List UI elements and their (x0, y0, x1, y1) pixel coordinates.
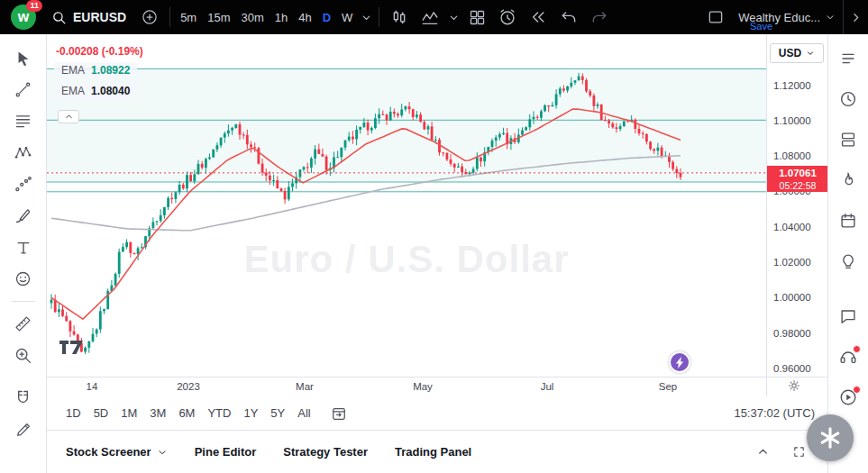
indicators-dropdown-button[interactable] (445, 4, 461, 31)
interval-5m[interactable]: 5m (175, 5, 202, 30)
interval-dropdown-button[interactable] (358, 4, 374, 31)
range-1y[interactable]: 1Y (237, 402, 264, 425)
interval-4h[interactable]: 4h (293, 5, 316, 30)
interval-30m[interactable]: 30m (235, 5, 269, 30)
time-tick: Jul (541, 381, 554, 392)
range-6m[interactable]: 6M (172, 402, 201, 425)
redo-button[interactable] (584, 4, 615, 31)
indicator-legend-ema-slow[interactable]: EMA 1.08040 (54, 83, 137, 99)
range-all[interactable]: All (291, 402, 316, 425)
text-icon (14, 239, 32, 257)
object-tree-button[interactable] (830, 119, 866, 159)
candlestick-chart[interactable] (47, 34, 766, 377)
watchlist-button[interactable] (830, 38, 866, 78)
time-tick: Sep (659, 381, 677, 392)
range-5y[interactable]: 5Y (264, 402, 291, 425)
user-menu-button[interactable]: w 11 (4, 0, 43, 34)
tradingview-logo[interactable] (59, 341, 83, 354)
gear-icon (787, 378, 801, 393)
chevron-up-icon (64, 112, 74, 122)
range-ytd[interactable]: YTD (201, 402, 237, 425)
range-1d[interactable]: 1D (59, 402, 87, 425)
fib-retracement-tool-button[interactable] (7, 105, 40, 137)
hotlists-button[interactable] (830, 159, 866, 200)
range-3m[interactable]: 3M (143, 402, 172, 425)
chart-style-button[interactable] (384, 4, 415, 31)
collapse-right-panel-button[interactable] (843, 0, 868, 34)
zoom-tool-button[interactable] (7, 340, 40, 371)
interval-1w[interactable]: W (336, 5, 358, 30)
maximize-panel-button[interactable] (788, 441, 809, 463)
time-axis[interactable]: 14 2023 Mar May Jul Sep (47, 377, 766, 397)
edit-tool-button[interactable] (7, 414, 40, 445)
trend-line-tool-button[interactable] (7, 74, 40, 105)
tab-strategy-tester[interactable]: Strategy Tester (270, 431, 381, 473)
logo-glyph: w (18, 9, 29, 25)
compare-add-button[interactable] (134, 4, 165, 31)
forecast-dots-icon (14, 175, 32, 194)
tab-stock-screener[interactable]: Stock Screener (52, 431, 181, 473)
interval-1d[interactable]: D (317, 5, 336, 30)
streams-button[interactable] (830, 377, 866, 417)
alerts-button[interactable] (830, 78, 866, 119)
right-sidebar (827, 34, 868, 473)
support-button[interactable] (830, 336, 866, 377)
lightbulb-icon (838, 251, 858, 271)
chart-area: Euro / U.S. Dollar -0.00208 (-0.19%) EMA… (47, 34, 827, 396)
layout-grid-button[interactable] (461, 4, 492, 31)
cursor-tool-button[interactable] (7, 42, 40, 74)
xabcd-pattern-tool-button[interactable] (7, 137, 40, 168)
brush-tool-button[interactable] (7, 200, 40, 232)
indicator-legend-ema-fast[interactable]: EMA 1.08922 (54, 62, 137, 78)
price-axis[interactable]: USD 1.12000 1.10000 1.08000 1.06000 1.04… (766, 34, 828, 396)
replay-button[interactable] (523, 4, 553, 31)
text-tool-button[interactable] (7, 232, 40, 263)
emoji-tool-button[interactable] (7, 263, 40, 295)
save-button[interactable]: Save (750, 21, 772, 32)
chat-button[interactable] (830, 296, 866, 336)
undo-icon (560, 8, 578, 26)
notification-badge: 11 (26, 0, 42, 12)
magnet-icon (14, 388, 32, 407)
separator (379, 7, 379, 27)
range-5d[interactable]: 5D (87, 402, 115, 425)
axis-settings-button[interactable] (787, 378, 801, 393)
calendar-button[interactable] (830, 200, 866, 241)
legend-collapse-button[interactable] (58, 110, 79, 123)
interval-15m[interactable]: 15m (202, 5, 235, 30)
interval-1h[interactable]: 1h (270, 5, 293, 30)
indicator-value: 1.08922 (91, 64, 130, 77)
indicators-button[interactable] (415, 4, 445, 31)
drawing-toolbar (0, 34, 47, 473)
layout-name-button[interactable]: Wealthy Educ... (731, 4, 843, 31)
layout-select-button[interactable] (700, 4, 731, 31)
chevron-down-icon (806, 49, 815, 58)
indicator-label: EMA (61, 85, 85, 97)
expand-panel-button[interactable] (752, 441, 773, 463)
alert-button[interactable] (492, 4, 523, 31)
symbol-search-button[interactable]: EURUSD (43, 4, 134, 31)
undo-button[interactable] (553, 4, 584, 31)
currency-dropdown[interactable]: USD (770, 43, 824, 63)
tab-pine-editor[interactable]: Pine Editor (181, 431, 270, 473)
price-tick: 1.00000 (773, 290, 811, 305)
flame-icon (838, 170, 858, 190)
quick-trade-button[interactable] (669, 351, 690, 373)
ruler-icon (14, 314, 32, 333)
tab-trading-panel[interactable]: Trading Panel (381, 431, 485, 473)
magnet-tool-button[interactable] (7, 382, 40, 414)
goto-date-button[interactable] (326, 402, 352, 425)
current-price-badge: 1.07061 (767, 166, 828, 179)
ruler-tool-button[interactable] (7, 308, 40, 340)
chart-plot[interactable]: Euro / U.S. Dollar -0.00208 (-0.19%) EMA… (47, 34, 766, 377)
ideas-button[interactable] (830, 241, 866, 281)
panel-controls (752, 441, 809, 463)
indicator-label: EMA (61, 64, 85, 77)
fib-retracement-icon (14, 112, 32, 131)
server-clock[interactable]: 15:37:02 (UTC) (734, 406, 815, 420)
forecast-tool-button[interactable] (7, 168, 40, 200)
range-1m[interactable]: 1M (114, 402, 143, 425)
tab-label: Pine Editor (195, 445, 257, 459)
indicators-icon (420, 7, 440, 27)
tab-label: Trading Panel (395, 445, 471, 459)
